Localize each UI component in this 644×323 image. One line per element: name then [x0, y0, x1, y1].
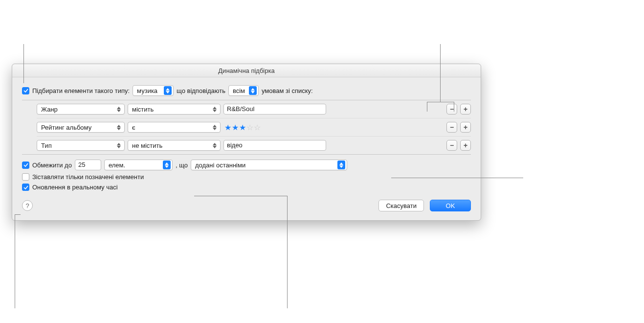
live-update-label: Оновлення в реальному часі: [32, 184, 118, 191]
rule-field-value: Рейтинг альбому: [41, 124, 91, 131]
add-rule-button[interactable]: +: [460, 104, 471, 115]
callout-line: [194, 196, 287, 196]
remove-rule-button[interactable]: −: [446, 140, 457, 151]
match-only-checked-label: Зіставляти тільки позначені елементи: [32, 173, 144, 181]
match-criteria-row: Підбирати елементи такого типу: музика щ…: [22, 85, 471, 96]
rules-container: Жанр містить R&B/Soul − +: [22, 100, 471, 155]
rule-field-value: Жанр: [41, 106, 58, 113]
dialog-title: Динамічна підбірка: [12, 64, 481, 77]
match-middle-label: що відповідають: [177, 87, 225, 94]
chevron-updown-icon: [115, 123, 123, 132]
rule-field-popup[interactable]: Тип: [37, 140, 125, 151]
chevron-updown-icon: [115, 141, 123, 150]
match-prefix-label: Підбирати елементи такого типу:: [32, 87, 130, 94]
dialog-footer: ? Скасувати OK: [22, 200, 471, 211]
chevron-updown-icon: [211, 141, 219, 150]
rule-op-popup[interactable]: є: [128, 122, 221, 133]
limit-label: Обмежити до: [32, 162, 72, 169]
chevron-updown-icon: [115, 105, 123, 114]
callout-line: [440, 102, 454, 102]
limit-joiner-label: , що: [176, 162, 188, 169]
match-only-checked-checkbox[interactable]: [22, 173, 29, 181]
limit-unit-value: елем.: [109, 162, 125, 169]
rule-row: Жанр містить R&B/Soul − +: [37, 100, 471, 118]
chevron-updown-icon: [211, 105, 219, 114]
limit-criteria-value: додані останніми: [195, 162, 245, 169]
smart-playlist-dialog: Динамічна підбірка Підбирати елементи та…: [12, 64, 481, 221]
limit-criteria-popup[interactable]: додані останніми: [191, 160, 347, 170]
match-checkbox[interactable]: [22, 87, 29, 94]
cancel-button[interactable]: Скасувати: [378, 200, 424, 211]
star-icon: ★: [224, 123, 231, 132]
media-type-popup[interactable]: музика: [133, 85, 174, 96]
rule-value-input[interactable]: відео: [223, 140, 326, 151]
match-suffix-label: умовам зі списку:: [262, 87, 313, 94]
rule-op-value: є: [132, 124, 135, 131]
rule-row: Рейтинг альбому є ★ ★ ★: [37, 118, 471, 137]
callout-line: [440, 44, 441, 102]
button-group: Скасувати OK: [378, 200, 471, 211]
remove-rule-button[interactable]: −: [446, 122, 457, 133]
dialog-content: Підбирати елементи такого типу: музика щ…: [12, 77, 481, 220]
chevron-updown-icon: [164, 86, 172, 95]
rule-op-popup[interactable]: не містить: [128, 140, 221, 151]
star-icon: ☆: [254, 123, 261, 132]
help-button[interactable]: ?: [22, 200, 33, 211]
rule-field-value: Тип: [41, 142, 52, 149]
minus-icon: −: [450, 105, 454, 113]
callout-line: [15, 214, 15, 308]
star-icon: ☆: [246, 123, 253, 132]
add-rule-button[interactable]: +: [460, 122, 471, 133]
live-update-row: Оновлення в реальному часі: [22, 184, 471, 191]
plus-icon: +: [464, 141, 467, 149]
help-icon: ?: [25, 202, 29, 209]
callout-line: [15, 214, 21, 215]
rule-op-value: не містить: [132, 142, 162, 149]
plus-icon: +: [464, 105, 467, 113]
rule-field-popup[interactable]: Жанр: [37, 104, 125, 115]
limit-row: Обмежити до 25 елем. , що додані останні…: [22, 160, 471, 170]
rating-stars[interactable]: ★ ★ ★ ☆ ☆: [224, 123, 261, 132]
ok-button[interactable]: OK: [430, 200, 471, 211]
rule-row: Тип не містить відео − +: [37, 137, 471, 154]
add-rule-button[interactable]: +: [460, 140, 471, 151]
callout-line: [23, 44, 24, 83]
minus-icon: −: [450, 123, 454, 131]
callout-line: [427, 102, 440, 102]
limit-checkbox[interactable]: [22, 162, 29, 169]
match-scope-popup[interactable]: всім: [228, 85, 259, 96]
rule-field-popup[interactable]: Рейтинг альбому: [37, 122, 125, 133]
remove-rule-button[interactable]: −: [446, 104, 457, 115]
callout-line: [427, 102, 427, 112]
rule-value-input[interactable]: R&B/Soul: [223, 104, 326, 115]
callout-line: [287, 196, 288, 308]
star-icon: ★: [232, 123, 239, 132]
chevron-updown-icon: [211, 123, 219, 132]
match-only-checked-row: Зіставляти тільки позначені елементи: [22, 173, 471, 181]
rule-op-popup[interactable]: містить: [128, 104, 221, 115]
rule-op-value: містить: [132, 106, 154, 113]
chevron-updown-icon: [337, 161, 345, 169]
media-type-value: музика: [137, 87, 157, 94]
limit-count-input[interactable]: 25: [75, 160, 101, 170]
minus-icon: −: [450, 141, 454, 149]
plus-icon: +: [464, 123, 467, 131]
live-update-checkbox[interactable]: [22, 184, 29, 191]
limit-unit-popup[interactable]: елем.: [104, 160, 173, 170]
match-scope-value: всім: [233, 87, 245, 94]
chevron-updown-icon: [249, 86, 257, 95]
callout-line: [454, 102, 454, 112]
chevron-updown-icon: [163, 161, 171, 169]
star-icon: ★: [239, 123, 246, 132]
callout-line: [391, 178, 523, 178]
